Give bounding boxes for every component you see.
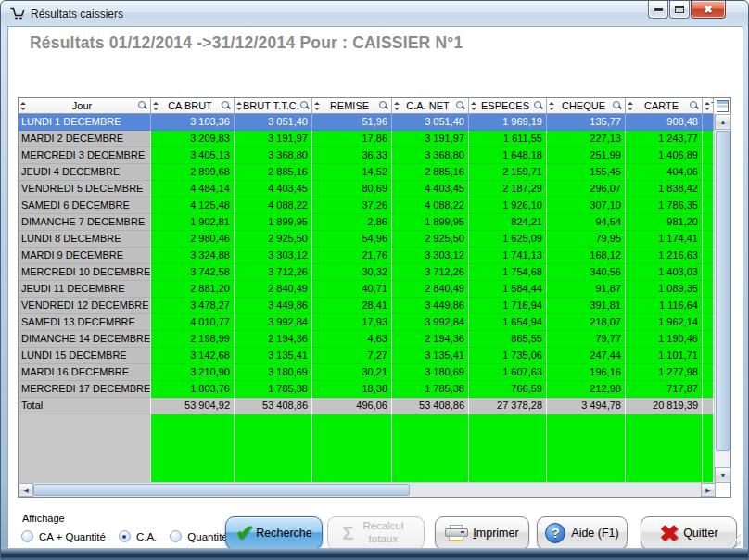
radio-quantit-[interactable]: Quantité bbox=[170, 530, 227, 542]
value-cell: 91,87 bbox=[547, 281, 626, 298]
search-icon[interactable] bbox=[222, 101, 232, 111]
value-cell: 1 216,63 bbox=[626, 248, 703, 264]
day-cell bbox=[19, 414, 151, 482]
value-cell: 2 899,68 bbox=[151, 164, 235, 181]
value-cell: 2 840,49 bbox=[235, 281, 312, 298]
scroll-left-icon[interactable]: ◀ bbox=[19, 483, 33, 497]
value-cell: 36,33 bbox=[312, 147, 392, 164]
help-icon: ? bbox=[545, 523, 565, 543]
value-cell: 2 885,16 bbox=[392, 164, 469, 181]
value-cell: 1 803,76 bbox=[151, 381, 235, 398]
value-cell: 3 303,12 bbox=[392, 248, 469, 264]
table-row[interactable]: LUNDI 1 DECEMBRE3 103,363 051,4051,963 0… bbox=[19, 114, 716, 131]
value-cell: 1 962,14 bbox=[626, 314, 703, 331]
value-cell: 3 992,84 bbox=[235, 314, 312, 331]
table-row[interactable]: MERCREDI 17 DECEMBRE1 803,761 785,3818,3… bbox=[19, 381, 716, 398]
value-cell bbox=[151, 414, 235, 482]
scroll-right-icon[interactable]: ▶ bbox=[701, 483, 716, 497]
column-customize-icon[interactable] bbox=[717, 100, 729, 112]
value-cell: 981,20 bbox=[626, 214, 703, 231]
horizontal-scroll-thumb[interactable] bbox=[33, 484, 410, 496]
search-icon[interactable] bbox=[690, 101, 700, 111]
vertical-scrollbar[interactable]: ▲ ▼ bbox=[714, 114, 730, 483]
column-header-tic[interactable]: TIC bbox=[703, 98, 714, 114]
day-cell: MARDI 16 DECEMBRE bbox=[19, 364, 151, 381]
table-row[interactable]: MARDI 16 DECEMBRE3 210,903 180,6930,213 … bbox=[19, 364, 716, 381]
value-cell: 3 303,12 bbox=[235, 248, 312, 264]
value-cell: 2 925,50 bbox=[392, 231, 469, 248]
table-row[interactable]: DIMANCHE 14 DECEMBRE2 198,992 194,364,63… bbox=[19, 331, 716, 348]
quitter-button[interactable]: ✖ Quitter bbox=[641, 516, 737, 550]
radio-circle-icon[interactable] bbox=[119, 530, 131, 542]
search-icon[interactable] bbox=[379, 101, 389, 111]
value-cell: 196,16 bbox=[547, 364, 626, 381]
day-cell: LUNDI 1 DECEMBRE bbox=[19, 114, 151, 131]
value-cell: 3 712,26 bbox=[235, 264, 312, 281]
value-cell: 1 899,95 bbox=[235, 214, 312, 231]
radio-circle-icon[interactable] bbox=[170, 530, 182, 542]
table-row[interactable]: VENDREDI 12 DECEMBRE3 478,273 449,8628,4… bbox=[19, 298, 716, 314]
radio-ca-quantit-[interactable]: CA + Quantité bbox=[21, 530, 106, 542]
value-cell: 1 190,46 bbox=[626, 331, 703, 348]
value-cell: 1 786,35 bbox=[626, 197, 703, 214]
table-row[interactable]: MERCREDI 3 DECEMBRE3 405,133 368,8036,33… bbox=[19, 147, 716, 164]
horizontal-scrollbar[interactable]: ◀ ▶ bbox=[19, 482, 716, 497]
column-header-cheque[interactable]: CHEQUE bbox=[547, 98, 626, 114]
search-icon[interactable] bbox=[613, 101, 623, 111]
column-header-remise[interactable]: REMISE bbox=[312, 98, 392, 114]
imprimer-button[interactable]: Imprimer bbox=[435, 516, 529, 550]
cart-icon bbox=[9, 6, 25, 21]
recalcul-totaux-button: Σ Recalcul totaux bbox=[327, 516, 425, 550]
total-row[interactable]: Total53 904,9253 408,86496,0653 408,8627… bbox=[19, 398, 716, 414]
table-row[interactable]: SAMEDI 6 DECEMBRE4 125,484 088,2237,264 … bbox=[19, 197, 716, 214]
sort-icon bbox=[313, 101, 320, 111]
column-header-ca-brut[interactable]: CA BRUT bbox=[151, 98, 235, 114]
table-row[interactable]: MERCREDI 10 DECEMBRE3 742,583 712,2630,3… bbox=[19, 264, 716, 281]
table-row[interactable]: JEUDI 4 DECEMBRE2 899,682 885,1614,522 8… bbox=[19, 164, 716, 181]
value-cell: 1 243,77 bbox=[626, 131, 703, 147]
radio-label: C.A. bbox=[136, 531, 157, 542]
minimize-button[interactable] bbox=[648, 1, 668, 19]
table-row[interactable]: MARDI 2 DECEMBRE3 209,833 191,9717,863 1… bbox=[19, 131, 716, 147]
maximize-icon bbox=[675, 6, 684, 13]
search-icon[interactable] bbox=[534, 101, 544, 111]
column-header-label: BRUT T.T.C. bbox=[242, 100, 300, 111]
day-cell: Total bbox=[19, 398, 151, 414]
table-row[interactable]: MARDI 9 DECEMBRE3 324,883 303,1221,763 3… bbox=[19, 248, 716, 264]
column-header-label: REMISE bbox=[320, 100, 379, 111]
value-cell: 1 648,18 bbox=[469, 147, 547, 164]
table-row[interactable]: LUNDI 15 DECEMBRE3 142,683 135,417,273 1… bbox=[19, 348, 716, 364]
recherche-button[interactable]: ✔ Recherche bbox=[225, 516, 323, 550]
table-row[interactable]: SAMEDI 13 DECEMBRE4 010,773 992,8417,933… bbox=[19, 314, 716, 331]
search-icon[interactable] bbox=[138, 101, 148, 111]
scroll-up-icon[interactable]: ▲ bbox=[715, 114, 731, 130]
radio-circle-icon[interactable] bbox=[21, 530, 33, 542]
value-cell: 404,06 bbox=[626, 164, 703, 181]
value-cell: 251,99 bbox=[547, 147, 626, 164]
table-row[interactable]: JEUDI 11 DECEMBRE2 881,202 840,4940,712 … bbox=[19, 281, 716, 298]
title-bar[interactable]: Résultats caissiers ✖ bbox=[1, 1, 748, 26]
day-cell: DIMANCHE 7 DECEMBRE bbox=[19, 214, 151, 231]
table-row[interactable]: DIMANCHE 7 DECEMBRE1 902,811 899,952,861… bbox=[19, 214, 716, 231]
column-header-especes[interactable]: ESPECES bbox=[469, 98, 547, 114]
column-header-label: CA BRUT bbox=[159, 100, 222, 111]
scroll-down-icon[interactable]: ▼ bbox=[715, 467, 731, 483]
table-row[interactable]: VENDREDI 5 DECEMBRE4 484,144 403,4580,69… bbox=[19, 181, 716, 197]
column-header-c-a-net[interactable]: C.A. NET bbox=[392, 98, 469, 114]
value-cell: 2 194,36 bbox=[392, 331, 469, 348]
value-cell: 4 125,48 bbox=[151, 197, 235, 214]
column-header-brut-t-t-c-[interactable]: BRUT T.T.C. bbox=[235, 98, 312, 114]
value-cell: 1 403,03 bbox=[626, 264, 703, 281]
search-icon[interactable] bbox=[300, 101, 311, 111]
table-row[interactable]: LUNDI 8 DECEMBRE2 980,462 925,5054,962 9… bbox=[19, 231, 716, 248]
search-icon[interactable] bbox=[456, 101, 466, 111]
aide-button[interactable]: ? Aide (F1) bbox=[537, 516, 628, 550]
vertical-scroll-thumb[interactable] bbox=[716, 131, 730, 451]
radio-c-a-[interactable]: C.A. bbox=[119, 530, 157, 542]
column-header-jour[interactable]: Jour bbox=[19, 98, 151, 114]
value-cell: 4 484,14 bbox=[151, 181, 235, 197]
close-button[interactable]: ✖ bbox=[691, 1, 726, 19]
maximize-button[interactable] bbox=[669, 1, 690, 19]
column-header-carte[interactable]: CARTE bbox=[626, 98, 703, 114]
page-title: Résultats 01/12/2014 ->31/12/2014 Pour :… bbox=[30, 33, 463, 53]
